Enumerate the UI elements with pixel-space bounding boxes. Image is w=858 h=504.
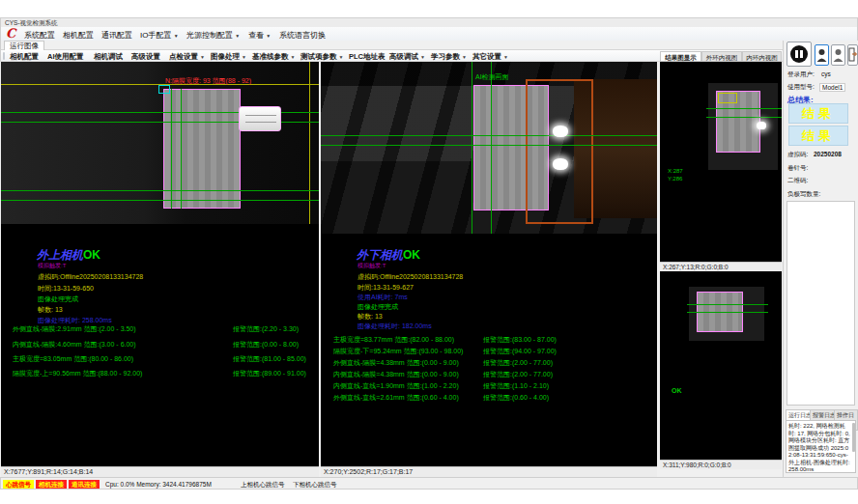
tool-image-process[interactable]: 图像处理 ▼ — [211, 52, 246, 62]
measurement-row: 内侧直线-隔膜:4.60mm 范围:(3.00 - 6.00)报警范围:(0.0… — [1, 340, 319, 350]
result-view-bottom[interactable]: OK — [660, 271, 782, 460]
tool-plc-address[interactable]: PLC地址表 — [349, 52, 386, 62]
overlay-green-vline — [181, 89, 182, 209]
switch-user-button[interactable] — [831, 44, 845, 66]
overlay-cyan-box — [158, 85, 170, 94]
model-value[interactable]: Model1 — [819, 83, 845, 92]
overlay-yellow-box — [718, 93, 737, 103]
measurement-text: 隔膜宽度-上=90.56mm 范围:(88.00 - 92.00) — [13, 369, 142, 378]
measurement-alarm: 报警范围:(83.00 - 87.00) — [483, 335, 557, 345]
log-scrollbar[interactable] — [852, 423, 855, 452]
qr-code-label: 二维码: — [787, 177, 808, 185]
camera-view-lower[interactable]: AI检测画面 外下相机OK 模拟触发:T 虚拟码:Offline20250208… — [321, 62, 657, 466]
menu-language-switch[interactable]: 系统语言切换 — [279, 30, 326, 41]
tab-run-image[interactable]: 运行图像 — [4, 41, 44, 50]
menu-io-config[interactable]: IO手配置 ▼ — [140, 30, 179, 41]
camera-link-badge: 相机连接 — [36, 480, 67, 489]
measurement-row: 外侧直线-隔膜=4.38mm 范围:(0.00 - 9.00)报警范围:(2.0… — [321, 358, 657, 368]
menu-system-config[interactable]: 系统配置 — [24, 30, 55, 41]
menu-light-control[interactable]: 光源控制配置 ▼ — [186, 30, 240, 41]
write-count-label: 负极写数量: — [787, 190, 820, 199]
comm-link-badge: 通讯连接 — [69, 480, 100, 489]
chevron-down-icon: ▼ — [174, 33, 179, 39]
result-badge-lower: 结果 — [788, 126, 848, 146]
measurement-row: 外侧直线-隔膜:2.91mm 范围:(2.00 - 3.50)报警范围:(2.2… — [1, 324, 319, 334]
log-text-area[interactable]: 耗时: 222, 网络检测耗时: 17, 网络分包耗时: 0, 网络模块分区耗时… — [786, 420, 856, 473]
measurement-row: 主极宽度=83.77mm 范围:(82.00 - 88.00)报警范围:(83.… — [321, 335, 657, 345]
trigger-signal-text: 模拟触发:T — [38, 262, 66, 270]
tab-inner-view[interactable]: 内环内视图 — [742, 51, 782, 62]
tool-test-params[interactable]: 测试项参数 ▼ — [300, 52, 344, 62]
measurement-text: 隔膜宽度-下=95.24mm 范围:(93.00 - 98.00) — [333, 347, 463, 356]
login-user-value: cys — [821, 70, 831, 77]
measurement-alarm: 报警范围:(2.20 - 3.30) — [233, 324, 299, 334]
pause-button[interactable] — [786, 42, 812, 67]
cpu-memory-text: Cpu: 0.0% Memory: 3424.41796875M — [105, 481, 212, 488]
tool-advanced-settings[interactable]: 高级设置 — [131, 52, 160, 62]
tab-outer-view[interactable]: 外环内视图 — [701, 51, 742, 62]
overlay-green-hline — [687, 304, 768, 305]
tool-camera-debug[interactable]: 相机调试 — [94, 52, 123, 62]
measurement-row: 隔膜宽度-下=95.24mm 范围:(93.00 - 98.00)报警范围:(9… — [321, 347, 657, 356]
menu-view[interactable]: 查看 ▼ — [248, 30, 271, 41]
connector-detail-line — [245, 115, 276, 116]
status-ok-label: OK — [83, 248, 100, 262]
connector-tab — [239, 106, 281, 131]
virtual-code-label: 虚拟码: — [787, 151, 808, 159]
menu-camera-config[interactable]: 相机配置 — [63, 30, 94, 41]
measurement-text: 外侧直线-直线=2.61mm 范围:(0.60 - 4.00) — [333, 393, 459, 403]
log-tabstrip: 运行日志 报警日志 操作日志 — [785, 409, 858, 419]
measurement-alarm: 报警范围:(0.60 - 4.00) — [483, 393, 549, 403]
status-ok-label: OK — [672, 387, 682, 394]
overlay-orange-rect — [526, 79, 593, 224]
tab-result-image[interactable]: 结果图显示 — [660, 51, 701, 62]
status-ok-label: OK — [403, 248, 420, 262]
tool-baseline-params[interactable]: 基准线参数 ▼ — [252, 52, 296, 62]
chevron-down-icon: ▼ — [235, 33, 240, 39]
app-logo-icon: C — [6, 27, 19, 41]
tool-spot-check[interactable]: 点检设置 ▼ — [169, 52, 205, 62]
result-view-top[interactable]: X:287 Y:286 — [660, 62, 782, 262]
chevron-down-icon: ▼ — [200, 54, 205, 60]
chevron-down-icon: ▼ — [420, 54, 425, 60]
tool-other-settings[interactable]: 其它设置 ▼ — [472, 52, 508, 62]
overlay-green-hline — [321, 145, 657, 146]
tool-advanced-debug[interactable]: 高级调试 ▼ — [389, 52, 425, 62]
measurement-alarm: 报警范围:(0.00 - 8.00) — [233, 340, 299, 350]
overlay-green-hline — [706, 108, 782, 109]
measurement-row: 外侧直线-直线=2.61mm 范围:(0.60 - 4.00)报警范围:(0.6… — [321, 393, 657, 403]
tab-strip: 运行图像 — [0, 41, 858, 50]
measurement-text: 内侧直线-隔膜=4.38mm 范围:(0.00 - 9.00) — [333, 370, 459, 379]
overlay-green-vline — [171, 89, 172, 209]
measurement-alarm: 报警范围:(89.00 - 91.00) — [233, 369, 306, 378]
camera-view-upper[interactable]: N:隔膜宽度: 93 范围(88 - 92) 外上相机OK 模拟触发:T 虚拟码… — [1, 62, 319, 466]
measurement-alarm: 报警范围:(2.00 - 77.00) — [483, 358, 553, 368]
process-done-text: 图像处理完成 — [358, 302, 398, 312]
user-icon — [832, 46, 844, 64]
chevron-down-icon: ▼ — [339, 54, 344, 60]
heartbeat-badge: 心跳信号 — [3, 480, 34, 489]
coordinate-label-x: X:287 — [668, 168, 683, 174]
cursor-info-bottom-small: X:311;Y:980;R:0;G:0;B:0 — [660, 460, 782, 469]
login-user-button[interactable] — [815, 44, 829, 66]
chevron-down-icon: ▼ — [242, 54, 246, 60]
chevron-down-icon: ▼ — [291, 54, 296, 60]
login-user-label: 登录用户: — [787, 70, 815, 79]
barcode-text: 虚拟码:Offline20250208133134728 — [38, 272, 143, 282]
tool-ai-config[interactable]: AI使用配置 — [47, 52, 84, 62]
tool-learning-params[interactable]: 学习参数 ▼ — [431, 52, 467, 62]
measurement-row: 主极宽度=83.05mm 范围:(80.00 - 86.00)报警范围:(81.… — [1, 354, 319, 364]
status-bar: 心跳信号 相机连接 通讯连接 Cpu: 0.0% Memory: 3424.41… — [0, 477, 858, 490]
overlay-ruler-text: N:隔膜宽度: 93 范围(88 - 92) — [165, 76, 251, 86]
menu-comm-config[interactable]: 通讯配置 — [101, 30, 132, 41]
reflection-spot — [553, 126, 568, 137]
measurement-row: 内侧直线-直线=1.90mm 范围:(1.00 - 2.20)报警范围:(1.1… — [321, 381, 657, 391]
upper-cam-heartbeat-text: 上相机心跳信号 — [241, 481, 285, 490]
measurement-row: 隔膜宽度-上=90.56mm 范围:(88.00 - 92.00)报警范围:(8… — [1, 369, 319, 378]
toolbar-grip[interactable] — [3, 52, 5, 60]
lower-cam-heartbeat-text: 下相机心跳信号 — [293, 481, 337, 490]
info-list-box[interactable] — [786, 201, 855, 406]
tool-camera-config[interactable]: 相机配置 — [10, 52, 39, 62]
cursor-info-top-small: X:267;Y:13;R:0;G:0;B:0 — [660, 262, 782, 271]
exit-button[interactable] — [847, 44, 858, 66]
